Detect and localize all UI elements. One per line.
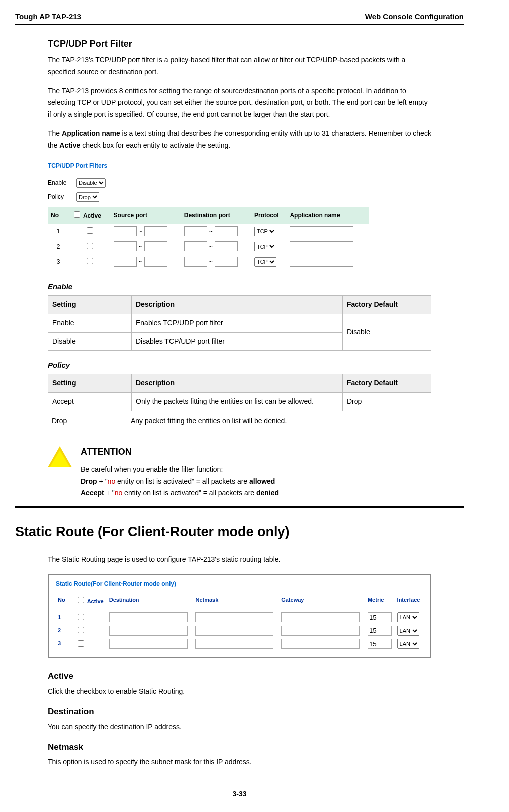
active-checkbox[interactable] bbox=[78, 614, 84, 620]
page-number: 3-33 bbox=[15, 788, 464, 800]
policy-drop-row: Drop Any packet fitting the entities on … bbox=[48, 411, 431, 431]
table-row: 1 LAN bbox=[56, 611, 423, 624]
active-checkbox[interactable] bbox=[87, 243, 93, 249]
col-app: Application name bbox=[287, 207, 369, 224]
static-route-title: Static Route (For Client-Router mode onl… bbox=[15, 521, 431, 544]
metric-input[interactable] bbox=[368, 612, 392, 622]
active-checkbox[interactable] bbox=[87, 258, 93, 264]
proto-select[interactable]: TCP bbox=[254, 227, 276, 236]
metric-input[interactable] bbox=[368, 639, 392, 649]
dest-input[interactable] bbox=[109, 626, 188, 636]
dst-end-input[interactable] bbox=[215, 241, 238, 251]
tcp-udp-title: TCP/UDP Port Filter bbox=[48, 36, 431, 52]
dst-start-input[interactable] bbox=[184, 241, 207, 251]
tcp-p1: The TAP-213's TCP/UDP port filter is a p… bbox=[48, 54, 431, 78]
attention-note: ATTENTION Be careful when you enable the… bbox=[48, 444, 431, 499]
netmask-input[interactable] bbox=[195, 639, 273, 649]
dst-start-input[interactable] bbox=[184, 226, 207, 236]
col-dst: Destination port bbox=[181, 207, 251, 224]
attention-title: ATTENTION bbox=[81, 444, 431, 460]
proto-select[interactable]: TCP bbox=[254, 242, 276, 251]
active-checkbox[interactable] bbox=[87, 227, 93, 234]
warning-icon bbox=[48, 444, 72, 499]
dst-end-input[interactable] bbox=[215, 226, 238, 236]
col-src: Source port bbox=[111, 207, 181, 224]
enable-table: SettingDescriptionFactory Default Enable… bbox=[48, 295, 431, 351]
src-start-input[interactable] bbox=[114, 257, 137, 267]
dest-input[interactable] bbox=[109, 612, 188, 622]
iface-select[interactable]: LAN bbox=[397, 639, 419, 649]
netmask-title: Netmask bbox=[48, 740, 431, 755]
enable-label: Enable bbox=[48, 178, 70, 188]
divider bbox=[15, 506, 464, 508]
policy-table: SettingDescriptionFactory Default Accept… bbox=[48, 374, 431, 412]
src-end-input[interactable] bbox=[144, 241, 167, 251]
table-row: 3 ~ ~ TCP bbox=[48, 254, 369, 269]
proto-select[interactable]: TCP bbox=[254, 257, 276, 267]
netmask-input[interactable] bbox=[195, 626, 273, 636]
filter-table: No Active Source port Destination port P… bbox=[48, 207, 369, 270]
active-checkbox[interactable] bbox=[78, 627, 84, 633]
dest-input[interactable] bbox=[109, 639, 188, 649]
dest-title: Destination bbox=[48, 705, 431, 719]
table-row: 2 ~ ~ TCP bbox=[48, 239, 369, 254]
iface-select[interactable]: LAN bbox=[397, 626, 419, 636]
active-all-checkbox[interactable] bbox=[74, 211, 80, 218]
appname-input[interactable] bbox=[290, 241, 353, 251]
iface-select[interactable]: LAN bbox=[397, 612, 419, 622]
netmask-text: This option is used to specify the subne… bbox=[48, 756, 431, 768]
gateway-input[interactable] bbox=[281, 612, 360, 622]
tcp-p3: The Application name is a text string th… bbox=[48, 128, 431, 152]
src-start-input[interactable] bbox=[114, 226, 137, 236]
src-end-input[interactable] bbox=[144, 257, 167, 267]
static-route-figure: Static Route(For Client-Router mode only… bbox=[48, 574, 431, 658]
fig2-caption: Static Route(For Client-Router mode only… bbox=[56, 580, 423, 588]
enable-table-title: Enable bbox=[48, 280, 431, 293]
fig1-caption: TCP/UDP Port Filters bbox=[48, 161, 431, 171]
col-no: No bbox=[48, 207, 69, 224]
static-route-p: The Static Routing page is used to confi… bbox=[48, 554, 431, 566]
appname-input[interactable] bbox=[290, 226, 353, 236]
col-proto: Protocol bbox=[251, 207, 287, 224]
dst-end-input[interactable] bbox=[215, 257, 238, 267]
netmask-input[interactable] bbox=[195, 612, 273, 622]
active-checkbox[interactable] bbox=[78, 640, 84, 647]
gateway-input[interactable] bbox=[281, 626, 360, 636]
gateway-input[interactable] bbox=[281, 639, 360, 649]
metric-input[interactable] bbox=[368, 626, 392, 636]
attention-line3: Accept + "no entity on list is activated… bbox=[81, 487, 431, 499]
attention-line2: Drop + "no entity on list is activated" … bbox=[81, 476, 431, 488]
active-text: Click the checkbox to enable Static Rout… bbox=[48, 686, 431, 698]
src-start-input[interactable] bbox=[114, 241, 137, 251]
attention-line1: Be careful when you enable the filter fu… bbox=[81, 464, 431, 476]
page-header: Tough AP TAP-213 Web Console Configurati… bbox=[15, 10, 464, 25]
dst-start-input[interactable] bbox=[184, 257, 207, 267]
table-row: 2 LAN bbox=[56, 624, 423, 637]
policy-table-title: Policy bbox=[48, 359, 431, 372]
policy-label: Policy bbox=[48, 192, 70, 202]
tcp-p2: The TAP-213 provides 8 entities for sett… bbox=[48, 85, 431, 121]
enable-select[interactable]: Disable bbox=[76, 178, 106, 188]
dest-text: You can specify the destination IP addre… bbox=[48, 721, 431, 733]
src-end-input[interactable] bbox=[144, 226, 167, 236]
col-active: Active bbox=[69, 207, 111, 224]
active-all-checkbox[interactable] bbox=[78, 597, 84, 603]
appname-input[interactable] bbox=[290, 257, 353, 267]
policy-select[interactable]: Drop bbox=[76, 192, 99, 202]
header-left: Tough AP TAP-213 bbox=[15, 10, 81, 23]
active-title: Active bbox=[48, 669, 431, 684]
table-row: 1 ~ ~ TCP bbox=[48, 224, 369, 239]
header-right: Web Console Configuration bbox=[365, 10, 464, 23]
tcp-filter-figure: TCP/UDP Port Filters Enable Disable Poli… bbox=[48, 161, 431, 270]
table-row: 3 LAN bbox=[56, 637, 423, 650]
